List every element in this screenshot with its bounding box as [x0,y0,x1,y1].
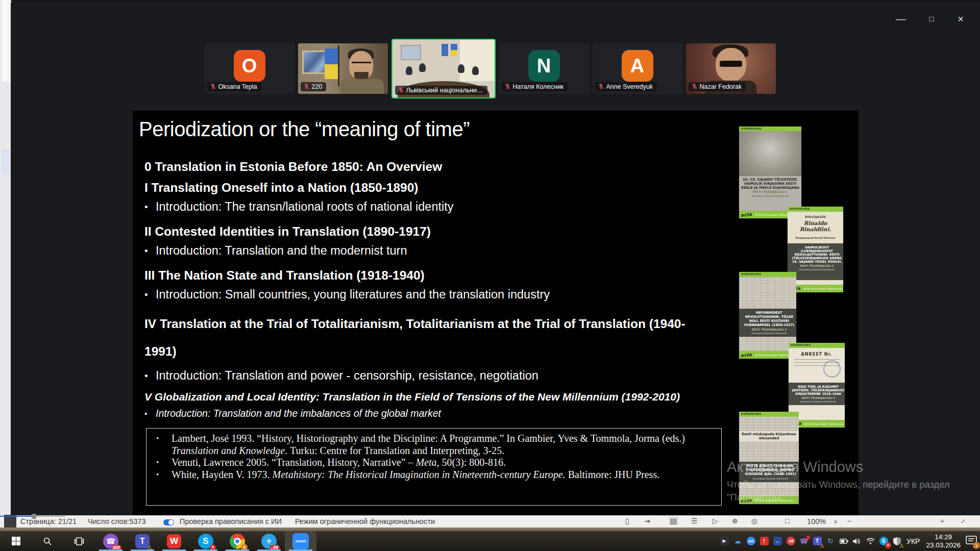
participant-nameplate: Наталя Колесник [502,82,568,91]
slide-bullet: • Introduction: Translation and power - … [144,368,802,383]
page-indicator[interactable]: Страница: 21/21 [20,517,77,525]
zoom-slider-knob[interactable] [32,514,36,519]
notification-badge: 1 [973,542,980,549]
print-layout-icon[interactable]: ▤ [669,517,678,525]
participant-tile-anne-sveredyuk[interactable]: A Anne Sveredyuk [593,43,682,94]
participant-tile-220[interactable]: 220 [298,43,388,94]
battery-icon[interactable] [839,537,848,546]
zoom-tray-icon[interactable]: zm [746,537,755,546]
participant-name: 220 [312,83,323,90]
skype-tray-icon[interactable]: S✕ [879,537,888,546]
references-box: • Lambert, José 1993. “History, Historio… [146,428,722,506]
error-badge: ✕ [885,542,891,548]
page-view-icon[interactable]: ▯ [625,517,629,525]
chevron-down-icon[interactable]: ∨ [834,518,838,525]
taskbar-clock[interactable]: 14:29 23.03.2026 [926,533,961,549]
desktop: — □ × O Oksana Tepla 220 [0,0,980,551]
participant-nameplate: 220 [301,82,327,91]
bullet-marker: • [153,457,172,469]
language-indicator[interactable]: УКР [906,537,920,545]
participant-tile-oksana-tepla[interactable]: O Oksana Tepla [205,43,295,94]
taskbar-app-skype[interactable]: S ✕ [190,531,222,551]
book-heading: Rinaldo Rinaldiini. [788,220,843,232]
teams-icon: T ⚠ [135,534,150,548]
book-tag: HUMANIORA [739,272,796,277]
bullet-marker: • [144,199,156,214]
chrome-badge: 0 [241,544,248,550]
task-view-icon [75,537,84,546]
participant-name: Oksana Tepla [218,83,257,90]
slide-bullet: • Introduction: Translation and the mode… [144,243,802,258]
alert-tray-icon[interactable]: ! [760,537,769,546]
maximize-button[interactable]: □ [921,11,942,27]
taskbar-app-zoom[interactable]: zoom [285,531,316,551]
bullet-marker: • [144,368,156,383]
onedrive-icon[interactable]: ☁ [733,537,742,546]
taskbar-app-teams[interactable]: T ⚠ [127,531,158,551]
defender-icon[interactable]: ⚠ [892,537,901,546]
bullet-marker: • [144,287,156,302]
zoom-slider[interactable] [0,516,65,517]
close-button[interactable]: × [950,11,971,27]
slide-bullet: • Introduction: Small countries, young l… [144,287,802,302]
play-slideshow-icon[interactable]: ▷ [713,517,718,525]
book-heading: Eesti nõukogude kirjanduse ülesanded [739,431,799,441]
taskbar-app-viber[interactable]: ☎ 400 [95,531,127,551]
wifi-icon[interactable] [866,537,875,546]
reference-item: • White, Hayden V. 1973. Metahistory: Th… [153,469,715,481]
fit-page-icon[interactable]: □ [785,517,789,525]
reference-item: • Lambert, José 1993. “History, Historio… [153,433,715,457]
acta-logo: acta [741,352,752,358]
export-view-icon[interactable]: ⇥ [644,517,650,525]
book-editor: Koostanud Daniele Monticelli [741,332,796,335]
participant-name: Львівський національни… [406,87,483,94]
minimize-button[interactable]: — [891,11,911,27]
zoom-in-button[interactable]: + [940,517,944,525]
slide-bullet: • Introduction: Translation and the imba… [144,407,802,420]
ukraine-flag [325,48,338,79]
book-title: VAIMULIKUST ILUKIRJANDUSEST RÖÖVLIJUTTUD… [789,245,843,263]
hidden-icons-button[interactable]: ▶ [720,537,729,546]
slide-heading: II Contested Identities in Translation (… [144,224,802,239]
outline-view-icon[interactable]: ☰ [691,517,698,525]
task-view-button[interactable] [63,531,95,551]
glasses [352,62,371,68]
participant-tile-natalia-kolesnik[interactable]: N Наталя Колесник [499,43,589,94]
full-screen-icon[interactable]: ↕ [959,517,967,525]
reference-item: • Venuti, Lawrence 2005. “Translation, H… [153,457,715,469]
web-layout-icon[interactable]: ⊕ [732,517,738,525]
book-publisher: ACTA Universitatis Tallinnensis [804,422,843,425]
windows-activation-watermark: Активация Windows Чтобы активировать Win… [727,459,980,503]
book-publisher-band: acta ACTA Universitatis Tallinnensis [739,351,796,359]
zoom-out-button[interactable]: − [847,517,851,525]
start-button[interactable] [0,531,32,551]
notification-count-icon[interactable]: ..68 [786,537,795,546]
zoom-level[interactable]: 100% [807,517,826,525]
teamviewer-icon[interactable]: ↔ [773,537,782,546]
viber-tray-icon[interactable]: ☎ [799,537,808,546]
avatar: N [528,50,560,82]
participants-row: O Oksana Tepla 220 [0,37,980,100]
spellcheck-label[interactable]: Проверка правописания с ИИ [180,517,282,525]
taskbar-app-wps[interactable]: W [158,531,190,551]
windows-logo-icon [12,537,20,545]
search-button[interactable] [32,531,63,551]
book-title: RIIGI TOEL JA KASUMIT JAHTIDES. TÕLKEKIR… [790,385,845,395]
speaker-icon[interactable] [852,537,862,546]
participant-nameplate: Nazar Fedorak [689,82,746,91]
eye-protect-icon[interactable]: ◎ [751,517,757,525]
taskbar-app-chrome[interactable]: 0 [222,531,253,551]
spellcheck-toggle[interactable] [163,519,174,525]
participant-tile-nazar-fedorak[interactable]: Nazar Fedorak [686,43,776,94]
action-center-button[interactable]: 1 [966,536,978,547]
book-tag: HUMANIORA [788,207,843,212]
system-tray: ▶ ☁ zm ! ↔ ..68 ☎ T⚠ ↻ S✕ ⚠ УКР [720,531,978,551]
bullet-marker: • [144,243,156,258]
sync-tray-icon[interactable]: ↻ [826,537,835,546]
participant-tile-lviv-national[interactable]: Львівський національни… [391,39,496,98]
book-editor: Koostanud Daniele Monticelli [790,400,845,403]
word-count[interactable]: Число слов:5373 [88,517,146,525]
taskbar-app-telegram[interactable]: ✈ ..68 [253,531,285,551]
book-tag: HUMANIORA [739,412,799,417]
teams-tray-icon[interactable]: T⚠ [813,537,822,546]
